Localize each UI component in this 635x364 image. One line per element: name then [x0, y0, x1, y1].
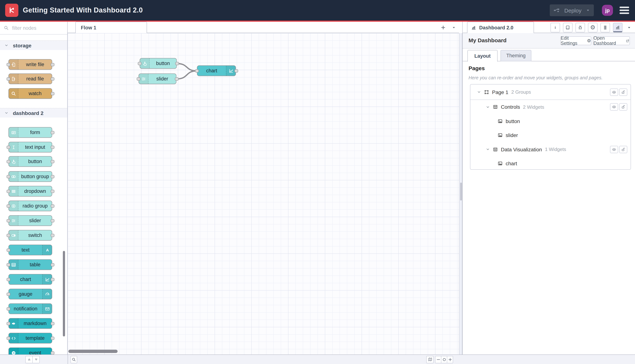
output-port[interactable]	[51, 204, 54, 208]
input-port[interactable]	[138, 62, 141, 65]
input-port[interactable]	[7, 146, 10, 149]
visibility-toggle-button[interactable]	[610, 103, 618, 110]
input-port[interactable]	[7, 307, 10, 310]
context-data-sidebar-button[interactable]	[600, 23, 610, 32]
input-port[interactable]	[7, 248, 10, 252]
input-port[interactable]	[7, 190, 10, 193]
add-flow-button[interactable]	[438, 22, 448, 33]
open-dashboard-button[interactable]: Open Dashboard	[593, 36, 630, 45]
output-port[interactable]	[51, 190, 54, 193]
config-nodes-sidebar-button[interactable]: ⚙	[588, 23, 597, 32]
lock-toggle-button[interactable]	[619, 103, 627, 110]
output-port[interactable]	[234, 69, 238, 72]
output-port[interactable]	[51, 219, 54, 222]
input-port[interactable]	[7, 322, 10, 325]
output-port[interactable]	[51, 63, 54, 66]
palette-node-gauge[interactable]: gauge	[9, 289, 52, 299]
wire-slider-to-chart[interactable]	[176, 71, 197, 79]
output-port[interactable]	[51, 322, 54, 325]
output-port[interactable]	[51, 278, 54, 281]
output-port[interactable]	[51, 234, 54, 237]
wire-button-to-chart[interactable]	[177, 64, 197, 71]
flow-node-slider[interactable]: slider	[139, 74, 176, 84]
input-port[interactable]	[7, 63, 10, 66]
tab-flow-1[interactable]: Flow 1	[75, 22, 147, 33]
chevron-down-icon[interactable]	[486, 105, 490, 109]
sidebar-menu-caret-button[interactable]	[625, 23, 633, 32]
workspace-canvas[interactable]: Flow 1 button slider	[68, 22, 459, 354]
output-port[interactable]	[51, 160, 54, 163]
palette-node-radio-group[interactable]: radio group	[9, 200, 52, 211]
info-sidebar-button[interactable]: i	[550, 23, 560, 32]
flow-node-chart[interactable]: chart	[197, 66, 236, 76]
input-port[interactable]	[7, 77, 10, 80]
flow-node-button[interactable]: button	[140, 58, 177, 69]
palette-category-storage[interactable]: storage	[0, 40, 67, 50]
input-port[interactable]	[7, 336, 10, 340]
palette-node-switch[interactable]: switch	[9, 230, 52, 240]
palette-node-watch[interactable]: watch	[9, 88, 52, 99]
palette-node-chart[interactable]: chart	[9, 274, 52, 285]
output-port[interactable]	[51, 351, 54, 354]
input-port[interactable]	[7, 160, 10, 163]
palette-scrollbar[interactable]	[63, 251, 65, 336]
tree-row-group-controls[interactable]: Controls 2 Widgets	[470, 100, 630, 114]
visibility-toggle-button[interactable]	[610, 146, 618, 153]
tab-layout[interactable]: Layout	[467, 50, 497, 62]
output-port[interactable]	[51, 336, 54, 340]
palette-node-text[interactable]: text A	[9, 245, 52, 255]
edit-settings-button[interactable]: Edit Settings ⚙	[560, 36, 591, 45]
zoom-out-button[interactable]	[435, 356, 441, 363]
input-port[interactable]	[7, 234, 10, 237]
canvas-vertical-scrollbar[interactable]	[459, 33, 462, 354]
palette-filter-input[interactable]	[12, 25, 64, 31]
palette-node-form[interactable]: form	[9, 127, 52, 138]
output-port[interactable]	[51, 131, 54, 134]
tree-row-widget-chart[interactable]: chart	[470, 156, 630, 170]
palette-node-write-file[interactable]: write file	[9, 59, 52, 70]
search-flows-button[interactable]	[71, 356, 77, 363]
palette-node-table[interactable]: table	[9, 259, 52, 270]
tree-row-widget-button[interactable]: button	[470, 114, 630, 128]
output-port[interactable]	[175, 62, 179, 65]
chevron-down-icon[interactable]	[477, 90, 481, 94]
flow-list-caret-button[interactable]	[449, 22, 459, 33]
output-port[interactable]	[51, 175, 54, 178]
output-port[interactable]	[51, 92, 54, 95]
zoom-in-button[interactable]	[447, 356, 453, 363]
zoom-reset-button[interactable]	[441, 356, 447, 363]
deploy-caret-icon[interactable]	[586, 8, 590, 12]
visibility-toggle-button[interactable]	[610, 88, 618, 96]
help-sidebar-button[interactable]	[563, 23, 572, 32]
output-port[interactable]	[51, 77, 54, 80]
output-port[interactable]	[51, 263, 54, 266]
canvas-horizontal-scrollbar[interactable]	[68, 350, 118, 353]
input-port[interactable]	[7, 175, 10, 178]
debug-sidebar-button[interactable]	[575, 23, 585, 32]
palette-node-read-file[interactable]: read file	[9, 74, 52, 84]
user-avatar[interactable]: jp	[602, 5, 613, 16]
input-port[interactable]	[7, 219, 10, 222]
input-port[interactable]	[7, 263, 10, 266]
input-port[interactable]	[195, 69, 199, 72]
palette-node-slider[interactable]: slider	[9, 215, 52, 226]
flow-grid[interactable]: button slider chart	[68, 33, 459, 354]
palette-node-template[interactable]: template	[9, 333, 52, 344]
palette-node-text-input[interactable]: text input	[9, 142, 52, 152]
chevron-down-icon[interactable]	[486, 148, 490, 152]
palette-node-button[interactable]: button	[9, 156, 52, 167]
lock-toggle-button[interactable]	[619, 146, 627, 153]
palette-category-dashboard-2[interactable]: dashboard 2	[0, 108, 67, 118]
palette-node-dropdown[interactable]: dropdown	[9, 186, 52, 196]
deploy-button[interactable]: Deploy	[550, 4, 594, 16]
input-port[interactable]	[7, 292, 10, 296]
tree-row-widget-slider[interactable]: slider	[470, 128, 630, 142]
navigator-map-button[interactable]	[426, 356, 434, 363]
lock-toggle-button[interactable]	[619, 88, 627, 96]
palette-node-event[interactable]: event	[9, 348, 52, 354]
tree-row-group-data-visualization[interactable]: Data Visualization 1 Widgets	[470, 142, 630, 156]
sidebar-tab-dashboard[interactable]: Dashboard 2.0	[467, 22, 534, 33]
palette-node-notification[interactable]: notification	[9, 304, 52, 314]
palette-node-markdown[interactable]: markdown	[9, 318, 52, 329]
palette-expand-all-button[interactable]	[32, 356, 40, 363]
